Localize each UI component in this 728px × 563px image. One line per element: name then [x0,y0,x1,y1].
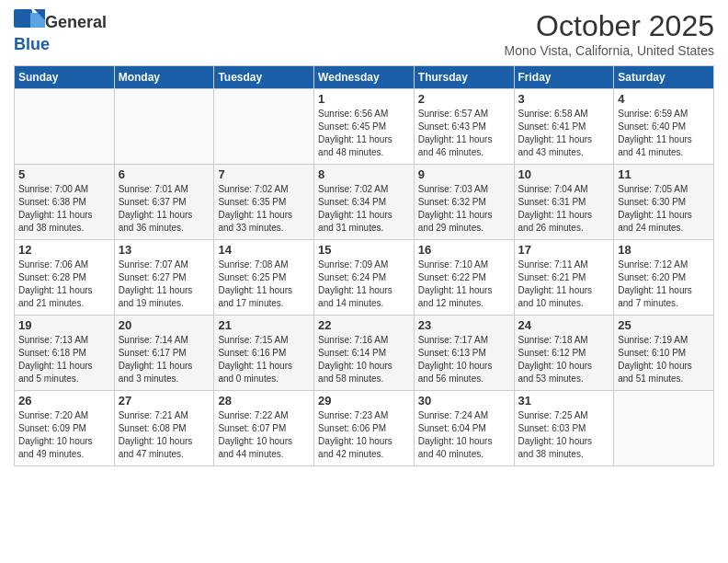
calendar-cell: 7Sunrise: 7:02 AM Sunset: 6:35 PM Daylig… [214,165,314,240]
day-number: 6 [119,167,210,181]
day-info: Sunrise: 7:18 AM Sunset: 6:12 PM Dayligh… [518,334,610,385]
day-number: 15 [318,243,410,257]
day-info: Sunrise: 7:06 AM Sunset: 6:28 PM Dayligh… [18,259,110,310]
day-info: Sunrise: 7:23 AM Sunset: 6:06 PM Dayligh… [318,409,410,461]
day-info: Sunrise: 7:22 AM Sunset: 6:07 PM Dayligh… [218,409,310,461]
day-info: Sunrise: 7:15 AM Sunset: 6:16 PM Dayligh… [218,334,310,385]
calendar-table: SundayMondayTuesdayWednesdayThursdayFrid… [14,65,714,466]
calendar-cell: 4Sunrise: 6:59 AM Sunset: 6:40 PM Daylig… [614,89,714,165]
week-row-3: 19Sunrise: 7:13 AM Sunset: 6:18 PM Dayli… [15,316,714,391]
day-number: 9 [418,167,510,181]
day-number: 25 [618,318,710,332]
week-row-4: 26Sunrise: 7:20 AM Sunset: 6:09 PM Dayli… [15,391,714,466]
day-info: Sunrise: 7:10 AM Sunset: 6:22 PM Dayligh… [418,259,510,310]
weekday-header-sunday: Sunday [15,66,115,89]
day-number: 22 [318,318,410,332]
day-info: Sunrise: 7:21 AM Sunset: 6:08 PM Dayligh… [119,409,210,461]
day-number: 19 [18,318,110,332]
calendar-cell: 8Sunrise: 7:02 AM Sunset: 6:34 PM Daylig… [314,165,415,240]
calendar-cell: 27Sunrise: 7:21 AM Sunset: 6:08 PM Dayli… [114,391,214,466]
day-number: 12 [18,243,110,257]
day-info: Sunrise: 6:56 AM Sunset: 6:45 PM Dayligh… [318,108,410,159]
day-number: 8 [318,167,410,181]
day-info: Sunrise: 7:19 AM Sunset: 6:10 PM Dayligh… [618,334,710,385]
day-number: 11 [618,167,710,181]
calendar-cell: 29Sunrise: 7:23 AM Sunset: 6:06 PM Dayli… [314,391,415,466]
calendar-cell: 13Sunrise: 7:07 AM Sunset: 6:27 PM Dayli… [114,240,214,316]
day-info: Sunrise: 7:14 AM Sunset: 6:17 PM Dayligh… [119,334,210,385]
weekday-header-friday: Friday [514,66,614,89]
day-info: Sunrise: 7:05 AM Sunset: 6:30 PM Dayligh… [618,183,710,235]
day-info: Sunrise: 7:03 AM Sunset: 6:32 PM Dayligh… [418,183,510,235]
calendar-cell: 10Sunrise: 7:04 AM Sunset: 6:31 PM Dayli… [514,165,614,240]
calendar-cell [114,89,214,165]
day-info: Sunrise: 7:02 AM Sunset: 6:34 PM Dayligh… [318,183,410,235]
week-row-1: 5Sunrise: 7:00 AM Sunset: 6:38 PM Daylig… [15,165,714,240]
calendar-cell: 28Sunrise: 7:22 AM Sunset: 6:07 PM Dayli… [214,391,314,466]
weekday-header-thursday: Thursday [414,66,514,89]
day-info: Sunrise: 7:11 AM Sunset: 6:21 PM Dayligh… [518,259,610,310]
calendar-cell [214,89,314,165]
calendar-cell: 14Sunrise: 7:08 AM Sunset: 6:25 PM Dayli… [214,240,314,316]
day-number: 14 [218,243,310,257]
day-number: 4 [618,92,710,106]
location: Mono Vista, California, United States [504,43,714,58]
calendar-cell: 16Sunrise: 7:10 AM Sunset: 6:22 PM Dayli… [414,240,514,316]
calendar-cell: 20Sunrise: 7:14 AM Sunset: 6:17 PM Dayli… [114,316,214,391]
calendar-cell: 24Sunrise: 7:18 AM Sunset: 6:12 PM Dayli… [514,316,614,391]
day-info: Sunrise: 7:17 AM Sunset: 6:13 PM Dayligh… [418,334,510,385]
week-row-0: 1Sunrise: 6:56 AM Sunset: 6:45 PM Daylig… [15,89,714,165]
day-number: 16 [418,243,510,257]
day-number: 30 [418,394,510,408]
calendar-cell [15,89,115,165]
weekday-header-row: SundayMondayTuesdayWednesdayThursdayFrid… [15,66,714,89]
day-number: 7 [218,167,310,181]
day-number: 3 [518,92,610,106]
day-info: Sunrise: 7:02 AM Sunset: 6:35 PM Dayligh… [218,183,310,235]
weekday-header-monday: Monday [114,66,214,89]
calendar-cell [614,391,714,466]
day-number: 20 [119,318,210,332]
day-number: 31 [518,394,610,408]
header: General Blue October 2025 Mono Vista, Ca… [14,9,714,58]
day-info: Sunrise: 6:58 AM Sunset: 6:41 PM Dayligh… [518,108,610,159]
logo-general-text: General [45,13,107,32]
day-info: Sunrise: 7:09 AM Sunset: 6:24 PM Dayligh… [318,259,410,310]
day-number: 24 [518,318,610,332]
calendar-cell: 31Sunrise: 7:25 AM Sunset: 6:03 PM Dayli… [514,391,614,466]
day-info: Sunrise: 7:07 AM Sunset: 6:27 PM Dayligh… [119,259,210,310]
weekday-header-tuesday: Tuesday [214,66,314,89]
day-number: 13 [119,243,210,257]
day-number: 23 [418,318,510,332]
day-info: Sunrise: 7:13 AM Sunset: 6:18 PM Dayligh… [18,334,110,385]
calendar-cell: 11Sunrise: 7:05 AM Sunset: 6:30 PM Dayli… [614,165,714,240]
weekday-header-saturday: Saturday [614,66,714,89]
calendar-cell: 1Sunrise: 6:56 AM Sunset: 6:45 PM Daylig… [314,89,415,165]
day-info: Sunrise: 7:12 AM Sunset: 6:20 PM Dayligh… [618,259,710,310]
day-info: Sunrise: 6:59 AM Sunset: 6:40 PM Dayligh… [618,108,710,159]
calendar-cell: 30Sunrise: 7:24 AM Sunset: 6:04 PM Dayli… [414,391,514,466]
day-info: Sunrise: 7:24 AM Sunset: 6:04 PM Dayligh… [418,409,510,461]
calendar-cell: 25Sunrise: 7:19 AM Sunset: 6:10 PM Dayli… [614,316,714,391]
calendar-cell: 6Sunrise: 7:01 AM Sunset: 6:37 PM Daylig… [114,165,214,240]
day-number: 28 [218,394,310,408]
month-title: October 2025 [504,9,714,43]
calendar-cell: 9Sunrise: 7:03 AM Sunset: 6:32 PM Daylig… [414,165,514,240]
title-area: October 2025 Mono Vista, California, Uni… [504,9,714,58]
calendar-cell: 17Sunrise: 7:11 AM Sunset: 6:21 PM Dayli… [514,240,614,316]
day-number: 17 [518,243,610,257]
calendar-cell: 3Sunrise: 6:58 AM Sunset: 6:41 PM Daylig… [514,89,614,165]
svg-rect-0 [14,9,32,28]
calendar-cell: 19Sunrise: 7:13 AM Sunset: 6:18 PM Dayli… [15,316,115,391]
day-info: Sunrise: 7:04 AM Sunset: 6:31 PM Dayligh… [518,183,610,235]
logo-blue-text: Blue [14,35,50,54]
day-info: Sunrise: 6:57 AM Sunset: 6:43 PM Dayligh… [418,108,510,159]
day-info: Sunrise: 7:16 AM Sunset: 6:14 PM Dayligh… [318,334,410,385]
main-container: General Blue October 2025 Mono Vista, Ca… [0,0,728,476]
logo: General Blue [14,9,107,54]
day-info: Sunrise: 7:25 AM Sunset: 6:03 PM Dayligh… [518,409,610,461]
day-info: Sunrise: 7:08 AM Sunset: 6:25 PM Dayligh… [218,259,310,310]
day-number: 26 [18,394,110,408]
day-number: 1 [318,92,410,106]
calendar-cell: 23Sunrise: 7:17 AM Sunset: 6:13 PM Dayli… [414,316,514,391]
